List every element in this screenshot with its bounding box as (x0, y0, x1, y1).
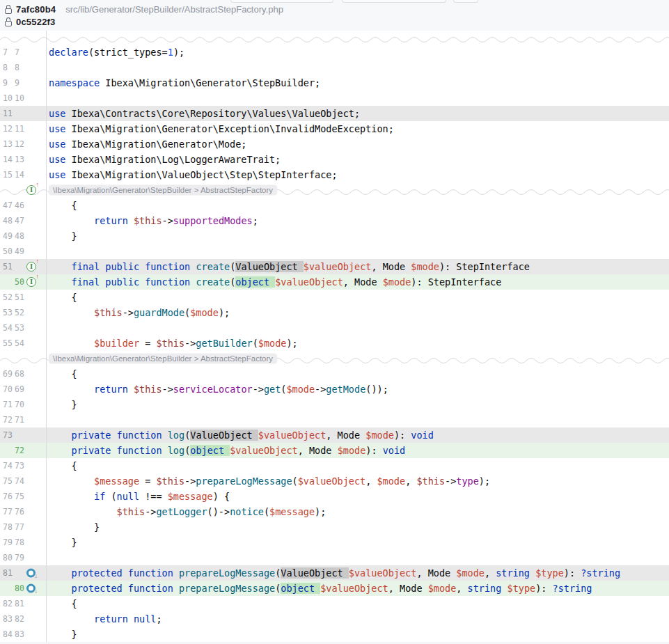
code-text[interactable]: $this->getLogger()->notice($message); (47, 504, 669, 519)
diff-line-added[interactable]: 72 private function log(object $valueObj… (0, 443, 669, 458)
diff-line[interactable]: 8483 } (0, 627, 669, 642)
code-text[interactable]: declare(strict_types=1); (47, 45, 669, 60)
new-line-number: 49 (15, 244, 24, 259)
diff-line[interactable]: 99namespace Ibexa\Migration\Generator\St… (0, 75, 669, 91)
code-text[interactable] (47, 412, 669, 427)
diff-line[interactable]: 77declare(strict_types=1); (0, 45, 669, 60)
diff-line[interactable]: 7271 (0, 412, 669, 427)
code-text[interactable] (47, 244, 669, 259)
diff-line[interactable]: 4746 { (0, 198, 669, 213)
diff-line[interactable]: 88 (0, 60, 669, 75)
diff-line[interactable]: 5049 (0, 244, 669, 259)
code-text[interactable]: { (47, 596, 669, 611)
implements-method-icon[interactable]: I↑ (26, 185, 36, 195)
diff-line[interactable]: 7473 { (0, 458, 669, 473)
code-text[interactable]: use Ibexa\Contracts\Core\Repository\Valu… (47, 106, 669, 121)
diff-line[interactable]: 7069 return $this->serviceLocator->get($… (0, 382, 669, 397)
diff-line[interactable]: 6968 { (0, 366, 669, 382)
gutter: 5049 (0, 244, 47, 259)
lock-icon (5, 5, 13, 14)
diff-line[interactable]: 7675 if (null !== $message) { (0, 489, 669, 504)
diff-line-removed[interactable]: 81↓ protected function prepareLogMessage… (0, 565, 669, 581)
old-line-number: 75 (3, 473, 13, 489)
code-text[interactable]: return null; (47, 611, 669, 627)
collapsed-region-separator[interactable]: I↑\Ibexa\Migration\Generator\StepBuilder… (0, 182, 669, 198)
collapsed-region-label[interactable]: \Ibexa\Migration\Generator\StepBuilder >… (49, 354, 277, 364)
code-text[interactable]: use Ibexa\Migration\Log\LoggerAwareTrait… (47, 152, 669, 167)
code-text[interactable]: $this->guardMode($mode); (47, 305, 669, 320)
diff-line[interactable]: 7978 } (0, 535, 669, 550)
code-text[interactable] (47, 60, 669, 75)
code-text[interactable]: } (47, 519, 669, 535)
gutter: 99 (0, 75, 47, 91)
new-line-number: 80 (15, 581, 24, 596)
code-text[interactable]: return $this->supportedModes; (47, 213, 669, 228)
diff-line[interactable]: 8281 { (0, 596, 669, 611)
collapsed-region-label[interactable]: \Ibexa\Migration\Generator\StepBuilder >… (49, 185, 277, 196)
code-text[interactable]: { (47, 198, 669, 213)
new-line-number: 71 (15, 412, 24, 427)
code-text[interactable]: protected function prepareLogMessage(obj… (47, 581, 669, 596)
gutter: 4948 (0, 228, 47, 244)
code-text[interactable]: } (47, 228, 669, 244)
gutter: 1312 (0, 136, 47, 152)
code-text[interactable]: final public function create(object $val… (47, 274, 669, 290)
code-text[interactable]: final public function create(ValueObject… (47, 259, 669, 274)
diff-line[interactable]: 7877 } (0, 519, 669, 535)
code-text[interactable]: namespace Ibexa\Migration\Generator\Step… (47, 75, 669, 91)
implements-method-icon[interactable]: I↑ (26, 262, 36, 272)
code-text[interactable]: } (47, 627, 669, 642)
code-text[interactable]: $builder = $this->getBuilder($mode); (47, 336, 669, 351)
diff-line[interactable]: 8079 (0, 550, 669, 565)
code-text[interactable]: return $this->serviceLocator->get($mode-… (47, 382, 669, 397)
code-text[interactable] (47, 320, 669, 336)
code-text[interactable]: { (47, 366, 669, 382)
code-text[interactable]: private function log(object $valueObject… (47, 443, 669, 458)
diff-line-added[interactable]: 80↓ protected function prepareLogMessage… (0, 581, 669, 596)
gutter: 7271 (0, 412, 47, 427)
code-text[interactable]: use Ibexa\Migration\Generator\Exception\… (47, 121, 669, 136)
diff-line[interactable]: 4948 } (0, 228, 669, 244)
gutter: 1413 (0, 152, 47, 167)
diff-line[interactable]: 1010 (0, 91, 669, 106)
code-text[interactable]: private function log(ValueObject $valueO… (47, 427, 669, 443)
diff-line[interactable]: 1413use Ibexa\Migration\Log\LoggerAwareT… (0, 152, 669, 167)
code-text[interactable]: if (null !== $message) { (47, 489, 669, 504)
diff-line[interactable]: 5453 (0, 320, 669, 336)
gutter: 51I↑ (0, 259, 47, 274)
code-text[interactable]: protected function prepareLogMessage(Val… (47, 565, 669, 581)
diff-line-added[interactable]: 50I↑ final public function create(object… (0, 274, 669, 290)
diff-line[interactable]: 5352 $this->guardMode($mode); (0, 305, 669, 320)
old-line-number: 83 (3, 611, 13, 627)
code-text[interactable] (47, 550, 669, 565)
code-text[interactable]: } (47, 535, 669, 550)
diff-line[interactable]: 8382 return null; (0, 611, 669, 627)
diff-line-removed[interactable]: 11use Ibexa\Contracts\Core\Repository\Va… (0, 106, 669, 121)
diff-line-removed[interactable]: 73 private function log(ValueObject $val… (0, 427, 669, 443)
diff-line[interactable]: 1514use Ibexa\Migration\ValueObject\Step… (0, 167, 669, 182)
diff-line[interactable]: 7170 } (0, 397, 669, 412)
code-text[interactable]: { (47, 458, 669, 473)
method-overridden-icon[interactable]: ↓ (26, 569, 36, 578)
code-text[interactable]: } (47, 397, 669, 412)
code-text[interactable]: $message = $this->prepareLogMessage($val… (47, 473, 669, 489)
diff-line[interactable]: 4847 return $this->supportedModes; (0, 213, 669, 228)
diff-line-removed[interactable]: 51I↑ final public function create(ValueO… (0, 259, 669, 274)
collapsed-region-separator[interactable]: \Ibexa\Migration\Generator\StepBuilder >… (0, 351, 669, 366)
diff-body[interactable]: 77declare(strict_types=1);8899namespace … (0, 31, 669, 642)
collapsed-region-separator[interactable] (0, 31, 669, 45)
code-text[interactable] (47, 91, 669, 106)
diff-line[interactable]: 1211use Ibexa\Migration\Generator\Except… (0, 121, 669, 136)
code-text[interactable]: use Ibexa\Migration\ValueObject\Step\Ste… (47, 167, 669, 182)
diff-line[interactable]: 7776 $this->getLogger()->notice($message… (0, 504, 669, 519)
new-line-number: 7 (15, 45, 19, 60)
diff-line[interactable]: 5251 { (0, 290, 669, 305)
diff-line[interactable]: 7574 $message = $this->prepareLogMessage… (0, 473, 669, 489)
implements-method-icon[interactable]: I↑ (26, 277, 36, 287)
method-overridden-icon[interactable]: ↓ (26, 584, 36, 593)
diff-line[interactable]: 1312use Ibexa\Migration\Generator\Mode; (0, 136, 669, 152)
code-text[interactable]: use Ibexa\Migration\Generator\Mode; (47, 136, 669, 152)
gutter: 1514 (0, 167, 47, 182)
diff-line[interactable]: 5554 $builder = $this->getBuilder($mode)… (0, 336, 669, 351)
code-text[interactable]: { (47, 290, 669, 305)
